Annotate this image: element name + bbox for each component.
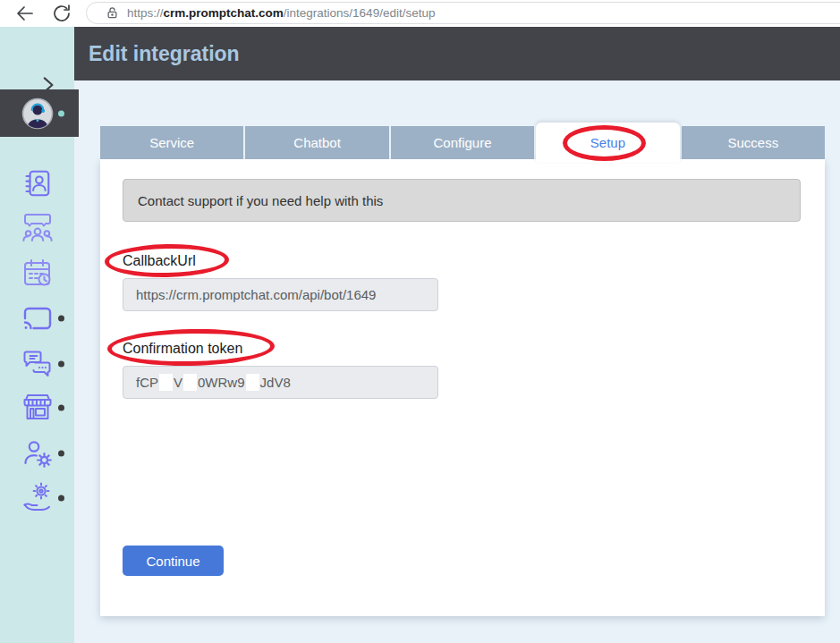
url-domain: crm.promptchat.com (164, 6, 284, 20)
storefront-icon (21, 391, 55, 425)
contacts-book-icon (21, 166, 55, 200)
support-agent-avatar-icon (21, 97, 55, 131)
tab-chatbot[interactable]: Chatbot (245, 126, 388, 159)
tab-success[interactable]: Success (682, 126, 825, 159)
notification-dot (58, 316, 64, 322)
browser-refresh-button[interactable] (51, 3, 72, 24)
callback-url-label: CallbackUrl (123, 253, 196, 269)
browser-toolbar: https://crm.promptchat.com/integrations/… (0, 0, 840, 27)
confirmation-token-input[interactable]: fCPV0WRw9JdV8 (123, 366, 438, 399)
sidebar-item-group-meeting[interactable] (0, 206, 74, 250)
lock-icon (106, 6, 119, 20)
notification-dot (58, 405, 64, 411)
chat-messages-icon (21, 347, 55, 381)
refresh-icon (51, 3, 72, 24)
continue-button[interactable]: Continue (123, 546, 224, 576)
status-dot (58, 110, 64, 116)
url-text: https://crm.promptchat.com/integrations/… (127, 6, 435, 20)
calendar-schedule-icon (21, 257, 55, 291)
group-meeting-icon (21, 211, 55, 245)
sidebar-item-cast[interactable] (0, 296, 74, 341)
user-settings-icon (21, 436, 55, 470)
address-bar[interactable]: https://crm.promptchat.com/integrations/… (86, 2, 840, 24)
cast-screen-icon (21, 301, 55, 335)
notification-dot (58, 451, 64, 457)
sidebar-item-chats[interactable] (0, 342, 74, 386)
notification-dot (58, 495, 64, 502)
sidebar-item-contacts[interactable] (0, 161, 74, 206)
browser-back-button[interactable] (14, 3, 36, 24)
sidebar (0, 27, 74, 643)
callback-url-input[interactable]: https://crm.promptchat.com/api/bot/1649 (123, 278, 438, 311)
tab-configure[interactable]: Configure (391, 126, 534, 159)
sidebar-item-user-settings[interactable] (0, 431, 74, 476)
page-header: Edit integration (74, 27, 840, 80)
sidebar-item-calendar[interactable] (0, 251, 74, 296)
back-arrow-icon (14, 3, 36, 24)
sidebar-item-agent-profile[interactable] (0, 89, 79, 137)
sidebar-item-store[interactable] (0, 385, 74, 430)
url-scheme: https:// (127, 6, 164, 20)
wizard-tabs: Service Chatbot Configure Setup Success (100, 126, 825, 159)
notification-dot (58, 361, 64, 368)
confirmation-token-label: Confirmation token (123, 341, 242, 357)
page-title: Edit integration (89, 42, 240, 66)
tab-service[interactable]: Service (100, 126, 243, 159)
url-path: /integrations/1649/edit/setup (284, 6, 436, 20)
support-notice: Contact support if you need help with th… (123, 179, 801, 222)
service-hand-gear-icon (21, 481, 55, 515)
tab-setup[interactable]: Setup (536, 123, 679, 163)
sidebar-item-services[interactable] (0, 476, 74, 520)
